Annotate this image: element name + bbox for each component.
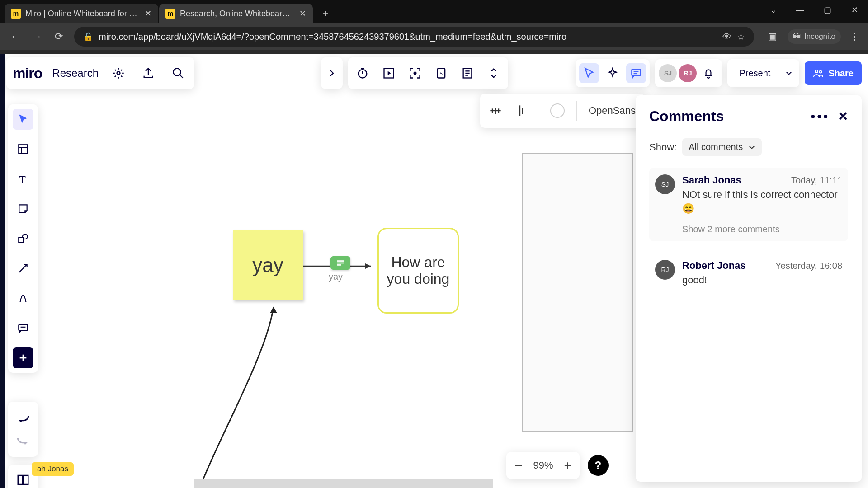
- url-text: miro.com/app/board/uXjVMqiA6d4=/?openCom…: [99, 32, 722, 42]
- star-icon[interactable]: ☆: [737, 31, 745, 42]
- arrow-icon: [17, 263, 29, 274]
- extensions-icon[interactable]: ▣: [762, 27, 782, 47]
- svg-rect-7: [19, 324, 28, 330]
- close-comments-button[interactable]: ✕: [838, 109, 848, 124]
- pen-tool[interactable]: [13, 288, 33, 309]
- minimize-icon[interactable]: —: [787, 0, 814, 20]
- browser-tab-0[interactable]: m Miro | Online Whiteboard for Vis ✕: [5, 4, 158, 23]
- comments-header: Comments ••• ✕: [649, 108, 848, 125]
- address-bar[interactable]: 🔒 miro.com/app/board/uXjVMqiA6d4=/?openC…: [74, 27, 754, 47]
- comment-time: Today, 11:11: [791, 175, 842, 186]
- text-icon: T: [17, 173, 29, 185]
- new-tab-button[interactable]: +: [316, 5, 335, 23]
- back-button[interactable]: ←: [5, 27, 25, 47]
- chevron-down-icon: [748, 144, 755, 151]
- nav-row: ← → ⟳ 🔒 miro.com/app/board/uXjVMqiA6d4=/…: [0, 23, 868, 50]
- show-more-comments[interactable]: Show 2 more comments: [682, 224, 842, 235]
- chevron-down-icon[interactable]: ⌄: [760, 0, 787, 20]
- sticky-icon: [17, 203, 29, 215]
- redo-icon: [17, 436, 29, 445]
- select-tool[interactable]: [13, 109, 33, 130]
- plus-icon: [18, 353, 28, 363]
- cursor-icon: [17, 113, 29, 125]
- templates-tool[interactable]: [13, 139, 33, 160]
- undo-redo-box: [8, 402, 38, 457]
- close-icon[interactable]: ✕: [144, 9, 152, 18]
- filter-label: Show:: [649, 141, 677, 153]
- sticky-note-tool[interactable]: [13, 198, 33, 219]
- tab-strip: m Miro | Online Whiteboard for Vis ✕ m R…: [0, 0, 868, 23]
- sticky-text: yay: [252, 254, 283, 277]
- pen-icon: [17, 292, 29, 304]
- zoom-value[interactable]: 99%: [533, 460, 553, 471]
- undo-button[interactable]: [13, 408, 33, 429]
- comments-title: Comments: [649, 108, 724, 125]
- browser-tab-1[interactable]: m Research, Online Whiteboard for ✕: [159, 4, 313, 23]
- tab-title: Miro | Online Whiteboard for Vis: [25, 9, 140, 19]
- left-toolbox: T: [8, 104, 38, 373]
- help-button[interactable]: ?: [588, 455, 609, 476]
- bottom-shape[interactable]: Looks good: [194, 479, 493, 488]
- svg-line-6: [19, 264, 27, 272]
- reload-button[interactable]: ⟳: [49, 27, 69, 47]
- zoom-box: − 99% +: [506, 452, 580, 479]
- zoom-out-button[interactable]: −: [514, 458, 523, 473]
- eye-off-icon[interactable]: 👁: [722, 32, 731, 42]
- connector-label-text[interactable]: yay: [329, 272, 343, 282]
- svg-text:T: T: [19, 174, 26, 185]
- comment-item[interactable]: SJ Sarah Jonas Today, 11:11 NOt sure if …: [649, 168, 848, 241]
- frames-icon: [16, 473, 30, 487]
- comment-author: Robert Jonas: [682, 260, 746, 272]
- comment-badge-icon: [335, 259, 345, 267]
- addr-right-icons: 👁 ☆: [722, 31, 745, 42]
- svg-rect-12: [24, 475, 28, 484]
- rounded-rectangle-shape[interactable]: How are you doing: [377, 228, 459, 314]
- nav-right: ▣ 🕶 Incognito ⋮: [761, 27, 863, 47]
- connector-comment-badge[interactable]: [330, 256, 350, 270]
- text-tool[interactable]: T: [13, 169, 33, 189]
- comments-filter-dropdown[interactable]: All comments: [682, 138, 762, 156]
- avatar: SJ: [655, 174, 675, 194]
- window-controls: ⌄ — ▢ ✕: [760, 0, 868, 20]
- forward-button[interactable]: →: [27, 27, 47, 47]
- close-icon[interactable]: ✕: [298, 9, 307, 18]
- svg-rect-0: [19, 145, 28, 154]
- miro-app: T ah Jonas miro Res: [0, 54, 868, 488]
- sticky-note[interactable]: yay: [233, 230, 303, 300]
- close-window-icon[interactable]: ✕: [841, 0, 868, 20]
- shapes-tool[interactable]: [13, 228, 33, 249]
- kebab-menu-icon[interactable]: ⋮: [845, 28, 863, 46]
- incognito-chip[interactable]: 🕶 Incognito: [788, 29, 841, 44]
- comments-panel: Comments ••• ✕ Show: All comments SJ Sar…: [636, 95, 862, 482]
- curved-connector[interactable]: [199, 298, 316, 488]
- shapes-icon: [17, 233, 29, 244]
- incognito-label: Incognito: [804, 32, 835, 41]
- frame-shape[interactable]: [522, 153, 633, 432]
- incognito-icon: 🕶: [793, 32, 801, 41]
- svg-point-5: [23, 234, 28, 239]
- templates-icon: [17, 143, 29, 155]
- shape-text: How are you doing: [383, 254, 453, 287]
- redo-button[interactable]: [13, 430, 33, 451]
- lock-icon: 🔒: [83, 32, 93, 42]
- comments-filter-row: Show: All comments: [649, 138, 848, 156]
- filter-value: All comments: [689, 142, 743, 152]
- comment-icon: [17, 322, 29, 334]
- zoom-controls: − 99% + ?: [506, 452, 609, 479]
- comment-author: Sarah Jonas: [682, 174, 741, 186]
- more-tools[interactable]: [13, 347, 33, 368]
- zoom-in-button[interactable]: +: [564, 458, 571, 473]
- comment-time: Yesterday, 16:08: [775, 261, 842, 271]
- favicon-icon: m: [165, 9, 175, 19]
- comment-text: good!: [682, 273, 842, 287]
- comment-text: NOt sure if this is correct connector 😄: [682, 188, 842, 216]
- miro-logo[interactable]: miro: [13, 65, 42, 82]
- tab-title: Research, Online Whiteboard for: [180, 9, 295, 19]
- svg-rect-11: [18, 475, 23, 484]
- maximize-icon[interactable]: ▢: [814, 0, 841, 20]
- avatar: RJ: [655, 260, 675, 280]
- connector-tool[interactable]: [13, 258, 33, 279]
- comment-tool[interactable]: [13, 318, 33, 338]
- comment-item[interactable]: RJ Robert Jonas Yesterday, 16:08 good!: [649, 253, 848, 294]
- comments-menu-button[interactable]: •••: [811, 109, 830, 124]
